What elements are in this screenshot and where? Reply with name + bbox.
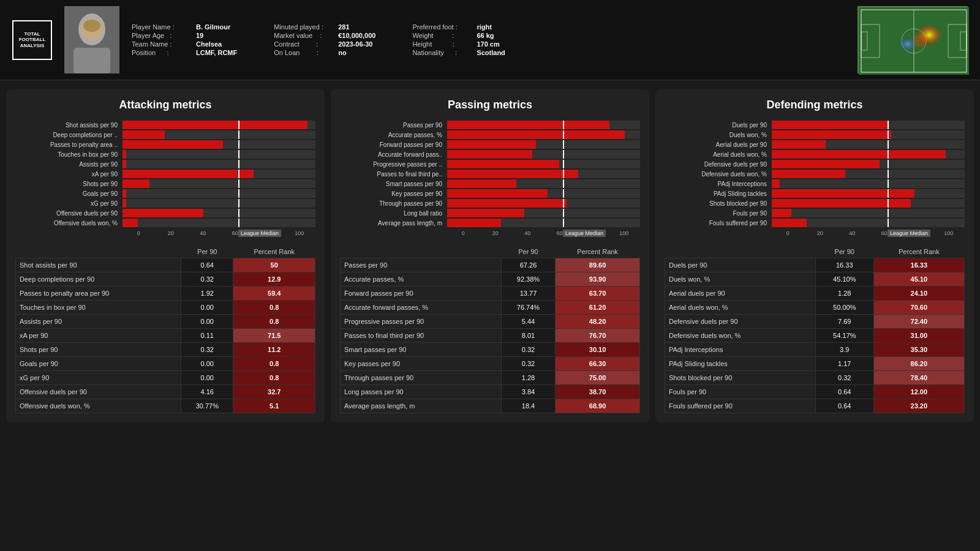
chart-bar-fill [447, 140, 536, 149]
chart-bar-bg [123, 189, 315, 198]
chart-label: Aerial duels per 90 [665, 141, 772, 148]
table-row: xG per 90 0.00 0.8 [16, 371, 315, 385]
chart-label: Accurate passes, % [340, 132, 447, 138]
chart-row: Aerial duels per 90 [665, 140, 965, 149]
per90-cell: 0.00 [181, 301, 233, 315]
chart-bar-bg [772, 160, 965, 168]
metric-cell: Through passes per 90 [341, 371, 502, 385]
chart-label: Fouls per 90 [665, 210, 772, 217]
player-position-row: Position : LCMF, RCMF [132, 49, 237, 56]
per90-cell: 1.28 [501, 371, 555, 385]
metric-cell: Passes to penalty area per 90 [16, 287, 181, 301]
height-label: Height : [412, 40, 473, 48]
chart-row: Through passes per 90 [340, 199, 640, 208]
chart-bar-fill [123, 121, 307, 129]
attacking-title: Attacking metrics [15, 99, 315, 111]
metric-cell: Accurate forward passes, % [341, 301, 502, 315]
contract-label: Contract : [274, 40, 335, 48]
table-row: Passes to penalty area per 90 1.92 59.4 [16, 287, 315, 301]
metric-cell: Deep completions per 90 [16, 272, 181, 287]
chart-bar-fill [447, 150, 532, 159]
metric-cell: Goals per 90 [16, 357, 181, 371]
logo-line3: ANALYSIS [20, 43, 45, 49]
chart-bar-bg [772, 150, 965, 159]
league-median-line [563, 209, 564, 217]
league-median-label: League Median [238, 230, 281, 237]
nationality-label: Nationality : [412, 49, 473, 56]
rank-cell: 23.20 [873, 399, 964, 413]
chart-bar-fill [772, 209, 791, 217]
chart-bar-bg: League Median [123, 219, 315, 227]
chart-row: Duels per 90 [665, 121, 965, 129]
chart-bar-bg [447, 140, 640, 149]
axis-tick: 100 [608, 230, 641, 236]
per90-cell: 76.74% [501, 301, 555, 315]
chart-bar-fill [123, 209, 203, 217]
metric-cell: Passes to final third per 90 [341, 329, 502, 343]
contract-row: Contract : 2023-06-30 [274, 40, 375, 48]
league-median-line [563, 160, 564, 168]
metric-cell: Aerial duels per 90 [665, 287, 816, 301]
league-median-line [238, 160, 239, 168]
chart-bar-bg [447, 170, 640, 178]
chart-bar-fill [772, 179, 780, 188]
league-median-line [563, 199, 564, 208]
per90-cell: 3.9 [815, 343, 873, 357]
table-row: Passes to final third per 90 8.01 76.70 [341, 329, 640, 343]
chart-bar-bg [447, 189, 640, 198]
chart-bar-fill [772, 150, 946, 159]
heatmap [858, 6, 968, 73]
player-name-value: B. Gilmour [196, 23, 230, 31]
passing-chart: Passes per 90 Accurate passes, % Forward… [340, 121, 640, 236]
chart-bar-fill [447, 160, 559, 168]
table-row: Offensive duels per 90 4.16 32.7 [16, 385, 315, 399]
rank-cell: 24.10 [873, 287, 964, 301]
chart-row: Shots per 90 [15, 179, 315, 188]
chart-bar-bg [123, 199, 315, 208]
minutes-value: 281 [338, 23, 349, 31]
nationality-row: Nationality : Scotland [412, 49, 505, 56]
per90-cell: 67.26 [501, 258, 555, 272]
chart-bar-bg [772, 130, 965, 139]
metric-cell: Forward passes per 90 [341, 287, 502, 301]
passing-col-per90: Per 90 [501, 246, 555, 258]
chart-row: Average pass length, m League Median [340, 219, 640, 227]
rank-cell: 31.00 [873, 329, 964, 343]
metric-cell: Assists per 90 [16, 315, 181, 329]
table-row: Average pass length, m 18.4 68.90 [341, 399, 640, 413]
per90-cell: 16.33 [815, 258, 873, 272]
metric-cell: Key passes per 90 [341, 357, 502, 371]
chart-row: Fouls suffered per 90 League Median [665, 219, 965, 227]
axis-tick: 0 [123, 230, 155, 236]
per90-cell: 8.01 [501, 329, 555, 343]
foot-row: Preferred foot : right [412, 23, 505, 31]
chart-row: Progressive passes per .. [340, 160, 640, 168]
attacking-col-per90: Per 90 [181, 246, 233, 258]
axis-tick: 0 [772, 230, 804, 236]
league-median-line: League Median [238, 219, 239, 227]
table-row: Progressive passes per 90 5.44 48.20 [341, 315, 640, 329]
metric-cell: Progressive passes per 90 [341, 315, 502, 329]
player-name-label: Player Name : [132, 23, 193, 31]
per90-cell: 30.77% [181, 399, 233, 413]
per90-cell: 92.38% [501, 272, 555, 287]
axis-tick: 20 [155, 230, 187, 236]
chart-bar-bg [772, 140, 965, 149]
chart-row: Passes per 90 [340, 121, 640, 129]
per90-cell: 0.64 [815, 385, 873, 399]
chart-bar-bg [447, 179, 640, 188]
axis-tick: 0 [447, 230, 480, 236]
chart-row: Passes to final third pe.. [340, 170, 640, 178]
rank-cell: 35.30 [873, 343, 964, 357]
league-median-line [888, 189, 889, 198]
rank-cell: 50 [233, 258, 315, 272]
defending-table: Per 90 Percent Rank Duels per 90 16.33 1… [665, 246, 965, 413]
chart-bar-fill [123, 140, 223, 149]
league-median-line [888, 150, 889, 159]
chart-bar-fill [772, 189, 914, 198]
chart-row: Long ball ratio [340, 209, 640, 217]
chart-bar-fill [123, 150, 126, 159]
per90-cell: 54.17% [815, 329, 873, 343]
player-position-value: LCMF, RCMF [196, 49, 237, 56]
league-median-line: League Median [563, 219, 564, 227]
